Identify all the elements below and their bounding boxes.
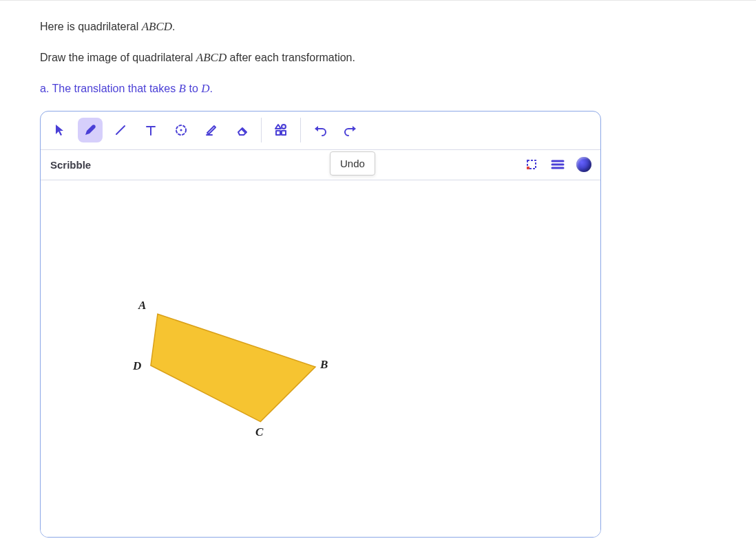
text-icon <box>144 123 158 137</box>
vertex-label-D: D <box>133 359 141 373</box>
selected-tool-label: Scribble <box>50 159 91 171</box>
crop-icon[interactable] <box>523 156 540 173</box>
drawing-canvas[interactable]: A B C D <box>41 180 600 537</box>
pencil-icon <box>83 123 97 137</box>
drawing-toolbar <box>41 112 600 150</box>
cursor-icon <box>53 123 67 137</box>
select-tool[interactable] <box>48 118 72 142</box>
problem-line2-pre: Draw the image of quadrilateral <box>40 52 196 63</box>
eraser-icon <box>234 123 249 138</box>
vertex-label-C: C <box>255 425 263 439</box>
problem-statement: Here is quadrilateral ABCD. Draw the ima… <box>40 17 716 98</box>
svg-marker-4 <box>275 125 281 129</box>
line-icon <box>114 123 127 137</box>
subpart-a-D: D <box>201 82 209 95</box>
problem-line1-pre: Here is quadrilateral <box>40 21 142 32</box>
svg-rect-7 <box>276 131 280 135</box>
lines-icon[interactable] <box>549 156 566 173</box>
undo-tool[interactable] <box>308 118 333 142</box>
scribble-tool[interactable] <box>78 118 103 142</box>
redo-tool[interactable] <box>338 118 363 142</box>
math-tool[interactable] <box>269 118 293 142</box>
svg-rect-10 <box>527 167 529 169</box>
vertex-label-B: B <box>320 358 328 372</box>
subpart-a-B: B <box>179 82 186 95</box>
problem-line1-math: ABCD <box>142 20 172 33</box>
circle-dashed-icon <box>174 123 188 137</box>
eraser-tool[interactable] <box>229 118 254 142</box>
undo-tooltip: Undo <box>330 151 375 176</box>
shapes-icon <box>273 123 288 138</box>
text-tool[interactable] <box>138 118 163 142</box>
problem-line1-post: . <box>172 21 175 32</box>
svg-point-2 <box>180 129 182 131</box>
circle-tool[interactable] <box>169 118 193 142</box>
undo-icon <box>313 123 328 138</box>
tooltip-label: Undo <box>340 158 365 169</box>
redo-icon <box>343 123 358 138</box>
highlighter-icon <box>204 123 219 138</box>
problem-line2-post: after each transformation. <box>227 52 355 63</box>
problem-line2-math: ABCD <box>196 51 227 64</box>
tool-options-bar: Scribble <box>41 150 600 180</box>
toolbar-divider <box>261 118 262 142</box>
color-icon[interactable] <box>576 156 592 173</box>
svg-rect-8 <box>282 131 286 135</box>
svg-marker-14 <box>151 314 315 421</box>
subpart-a-mid: to <box>186 83 201 94</box>
vertex-label-A: A <box>138 299 146 312</box>
svg-line-0 <box>116 126 125 134</box>
drawing-workarea: Undo Scribble <box>40 111 601 538</box>
subpart-a-post: . <box>210 83 213 94</box>
highlight-tool[interactable] <box>199 118 224 142</box>
svg-point-6 <box>282 125 286 129</box>
toolbar-divider-2 <box>300 118 301 142</box>
line-tool[interactable] <box>108 118 133 142</box>
subpart-a-pre: a. The translation that takes <box>40 83 179 94</box>
